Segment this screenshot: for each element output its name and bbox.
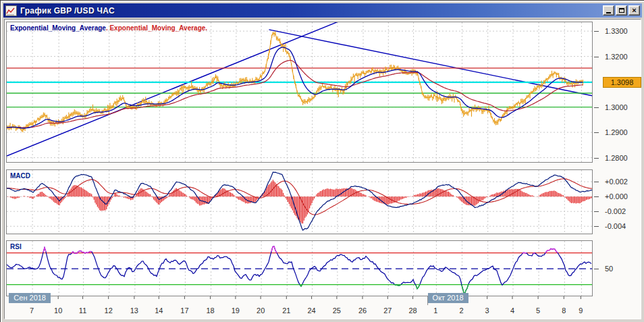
macd-panel[interactable]: MACD [6, 169, 593, 234]
time-tick-label: 7 [30, 306, 34, 315]
macd-label: MACD [10, 172, 30, 180]
time-tick-label: 26 [358, 306, 367, 315]
axis-value-label: 50 [605, 265, 613, 273]
current-price-badge: 1.3098 [603, 77, 641, 88]
month-badge: Сен 2018 [9, 293, 51, 303]
minimize-button[interactable] [603, 5, 614, 16]
ema-slow-legend-label: Exponential_Moving_Average [109, 24, 205, 32]
axis-tick-mark [594, 158, 599, 159]
legend-separator: . [205, 24, 207, 32]
time-tick-label: 27 [383, 306, 392, 315]
axis-tick-mark [594, 107, 599, 108]
time-tick-label: 28 [408, 306, 417, 315]
time-tick-label: 3 [485, 306, 489, 315]
time-tick-label: 14 [155, 306, 163, 315]
time-tick-label: 9 [579, 306, 583, 315]
time-tick-label: 2 [459, 306, 463, 315]
axis-value-label: +0.000 [605, 192, 628, 200]
time-tick-label: 4 [510, 306, 514, 315]
time-tick-label: 11 [79, 306, 86, 315]
axis-tick-mark [594, 132, 599, 133]
axis-tick-mark [594, 211, 599, 212]
time-tick-label: 25 [333, 306, 341, 315]
minimize-icon [606, 12, 611, 14]
axis-tick-mark [594, 182, 599, 182]
ema-fast-legend-label: Exponential_Moving_Average [10, 24, 106, 32]
time-tick-label: 17 [180, 306, 188, 315]
close-icon: × [632, 7, 636, 14]
time-tick-label: 8 [562, 306, 566, 315]
axis-value-label: -0.002 [605, 207, 626, 215]
axis-value-label: 1.3000 [605, 103, 628, 111]
time-axis: 71011121314171819202124252627281234589Се… [6, 296, 591, 317]
time-tick-label: 5 [536, 306, 540, 315]
axis-value-label: 1.3200 [605, 53, 628, 61]
time-tick-label: 1 [433, 306, 437, 315]
axis-value-label: 1.3300 [605, 27, 628, 35]
time-tick-label: 21 [282, 306, 290, 315]
maximize-button[interactable] [616, 5, 627, 16]
axis-value-label: -0.004 [605, 222, 626, 230]
axis-tick-mark [594, 196, 599, 197]
axis-tick-mark [594, 226, 599, 227]
time-tick-label: 12 [105, 306, 113, 315]
axis-value-label: 1.2900 [605, 128, 628, 136]
chart-window-icon [5, 5, 17, 16]
window-controls: × [603, 5, 640, 16]
time-tick-label: 20 [257, 306, 265, 315]
maximize-icon [619, 8, 624, 13]
axis-value-label: +0.002 [605, 178, 628, 186]
axis-value-label: 1.2800 [605, 154, 628, 162]
time-tick-label: 10 [54, 306, 62, 315]
price-axis: 1.3098 1.33001.32001.30001.29001.2800+0.… [593, 19, 643, 316]
time-tick-label: 24 [307, 306, 315, 315]
month-badge: Окт 2018 [428, 293, 468, 303]
price-chart-panel[interactable]: Exponential_Moving_Average. Exponential_… [6, 22, 593, 163]
window-title: График GBP /USD ЧАС [20, 6, 115, 16]
app-window: График GBP /USD ЧАС × Exponential_Moving… [0, 0, 644, 322]
indicator-legend: Exponential_Moving_Average. Exponential_… [10, 24, 207, 32]
rsi-label: RSI [10, 243, 22, 250]
axis-tick-mark [594, 31, 599, 32]
time-tick-label: 19 [232, 306, 240, 315]
time-tick-label: 18 [206, 306, 214, 315]
time-tick-label: 13 [130, 306, 138, 315]
close-button[interactable]: × [628, 5, 640, 16]
axis-tick-mark [594, 269, 599, 269]
rsi-panel[interactable]: RSI [6, 240, 593, 296]
legend-separator: . [106, 24, 108, 32]
title-bar[interactable]: График GBP /USD ЧАС × [3, 3, 642, 18]
axis-tick-mark [594, 57, 599, 57]
